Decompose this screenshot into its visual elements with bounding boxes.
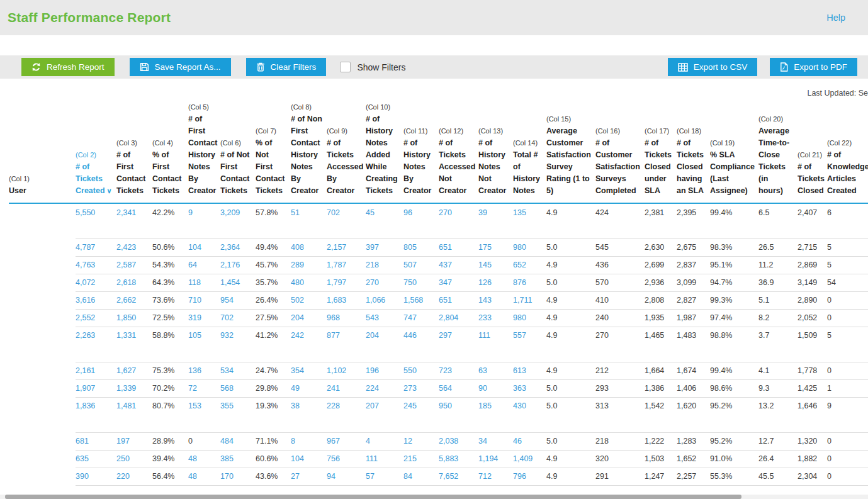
- cell[interactable]: 652: [513, 256, 546, 274]
- cell[interactable]: 932: [220, 327, 256, 344]
- cell[interactable]: 204: [291, 309, 327, 327]
- column-header-col8[interactable]: (Col 8)# of Non First Contact History No…: [291, 101, 327, 203]
- cell[interactable]: 197: [116, 432, 152, 450]
- cell[interactable]: 118: [188, 274, 220, 291]
- cell[interactable]: 2,587: [116, 256, 152, 274]
- cell[interactable]: 385: [220, 450, 256, 468]
- cell[interactable]: 796: [513, 468, 546, 485]
- cell[interactable]: 750: [403, 274, 439, 291]
- column-header-col2[interactable]: (Col 2)# of Tickets Created ∨: [76, 101, 116, 203]
- column-header-col7[interactable]: (Col 7)% of Not First Contact Tickets: [256, 101, 291, 203]
- cell[interactable]: 5,550: [76, 203, 116, 221]
- cell[interactable]: 3,616: [76, 291, 116, 309]
- cell[interactable]: 319: [188, 309, 220, 327]
- cell[interactable]: 1,787: [327, 256, 366, 274]
- cell[interactable]: 2,662: [116, 291, 152, 309]
- cell[interactable]: 502: [291, 291, 327, 309]
- cell[interactable]: 2,038: [439, 432, 478, 450]
- refresh-report-button[interactable]: Refresh Report: [21, 58, 115, 76]
- cell[interactable]: 34: [478, 432, 513, 450]
- cell[interactable]: 954: [220, 291, 256, 309]
- column-header-col17[interactable]: (Col 17)# of Tickets Closed under SLA: [645, 101, 677, 203]
- cell[interactable]: 747: [403, 309, 439, 327]
- cell[interactable]: 390: [76, 468, 116, 485]
- cell[interactable]: 196: [366, 362, 403, 379]
- cell[interactable]: 950: [439, 397, 478, 415]
- clear-filters-button[interactable]: Clear Filters: [246, 58, 327, 76]
- cell[interactable]: 170: [220, 468, 256, 485]
- column-header-col22[interactable]: (Col 22)# of Knowledge Articles Created: [827, 101, 868, 203]
- cell[interactable]: 712: [478, 468, 513, 485]
- cell[interactable]: 354: [291, 362, 327, 379]
- cell[interactable]: 12: [403, 432, 439, 450]
- cell[interactable]: 568: [220, 379, 256, 397]
- cell[interactable]: 224: [366, 379, 403, 397]
- cell[interactable]: 2,263: [76, 327, 116, 344]
- cell[interactable]: 273: [403, 379, 439, 397]
- cell[interactable]: 702: [327, 203, 366, 221]
- export-to-csv-button[interactable]: Export to CSV: [668, 58, 758, 76]
- cell[interactable]: 702: [220, 309, 256, 327]
- cell[interactable]: 1,194: [478, 450, 513, 468]
- cell[interactable]: 297: [439, 327, 478, 344]
- cell[interactable]: 135: [513, 203, 546, 221]
- cell[interactable]: 270: [439, 203, 478, 221]
- cell[interactable]: 111: [478, 327, 513, 344]
- cell[interactable]: 484: [220, 432, 256, 450]
- horizontal-scrollbar-thumb[interactable]: [5, 495, 741, 499]
- cell[interactable]: 437: [439, 256, 478, 274]
- cell[interactable]: 46: [513, 432, 546, 450]
- cell[interactable]: 48: [188, 468, 220, 485]
- column-header-col6[interactable]: (Col 6)# of Not First Contact Tickets: [220, 101, 256, 203]
- cell[interactable]: 968: [327, 309, 366, 327]
- cell[interactable]: 1,711: [513, 291, 546, 309]
- cell[interactable]: 185: [478, 397, 513, 415]
- cell[interactable]: 1,797: [327, 274, 366, 291]
- cell[interactable]: 363: [513, 379, 546, 397]
- cell[interactable]: 2,618: [116, 274, 152, 291]
- cell[interactable]: 5,883: [439, 450, 478, 468]
- cell[interactable]: 4: [366, 432, 403, 450]
- cell[interactable]: 220: [116, 468, 152, 485]
- cell[interactable]: 143: [478, 291, 513, 309]
- column-header-col15[interactable]: (Col 15)Average Customer Satisfaction Su…: [546, 101, 595, 203]
- cell[interactable]: 228: [327, 397, 366, 415]
- column-header-col20[interactable]: (Col 20)Average Time-to-Close Tickets (i…: [758, 101, 798, 203]
- cell[interactable]: 63: [478, 362, 513, 379]
- cell[interactable]: 480: [291, 274, 327, 291]
- cell[interactable]: 980: [513, 309, 546, 327]
- cell[interactable]: 104: [291, 450, 327, 468]
- horizontal-scrollbar-track[interactable]: [0, 495, 868, 499]
- cell[interactable]: 347: [439, 274, 478, 291]
- cell[interactable]: 64: [188, 256, 220, 274]
- cell[interactable]: 2,364: [220, 238, 256, 256]
- cell[interactable]: 1,409: [513, 450, 546, 468]
- cell[interactable]: 1,683: [327, 291, 366, 309]
- cell[interactable]: 233: [478, 309, 513, 327]
- cell[interactable]: 8: [291, 432, 327, 450]
- cell[interactable]: 4,787: [76, 238, 116, 256]
- cell[interactable]: 723: [439, 362, 478, 379]
- column-header-col1[interactable]: (Col 1)User: [9, 101, 76, 203]
- cell[interactable]: 51: [291, 203, 327, 221]
- cell[interactable]: 245: [403, 397, 439, 415]
- cell[interactable]: 84: [403, 468, 439, 485]
- show-filters-checkbox[interactable]: [340, 62, 351, 72]
- cell[interactable]: 564: [439, 379, 478, 397]
- cell[interactable]: 215: [403, 450, 439, 468]
- cell[interactable]: 2,341: [116, 203, 152, 221]
- column-header-col14[interactable]: (Col 14)Total # of History Notes: [513, 101, 546, 203]
- cell[interactable]: 105: [188, 327, 220, 344]
- cell[interactable]: 7,652: [439, 468, 478, 485]
- cell[interactable]: 96: [403, 203, 439, 221]
- cell[interactable]: 967: [327, 432, 366, 450]
- cell[interactable]: 207: [366, 397, 403, 415]
- cell[interactable]: 94: [327, 468, 366, 485]
- cell[interactable]: 4,072: [76, 274, 116, 291]
- cell[interactable]: 2,423: [116, 238, 152, 256]
- cell[interactable]: 1,568: [403, 291, 439, 309]
- cell[interactable]: 397: [366, 238, 403, 256]
- cell[interactable]: 126: [478, 274, 513, 291]
- cell[interactable]: 111: [366, 450, 403, 468]
- cell[interactable]: 980: [513, 238, 546, 256]
